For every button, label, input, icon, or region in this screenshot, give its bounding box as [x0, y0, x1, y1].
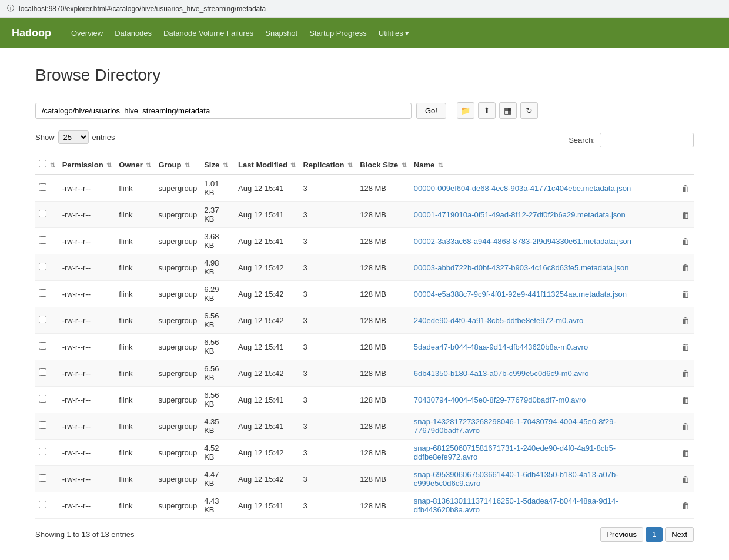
row-checkbox-cell	[35, 254, 59, 281]
delete-icon[interactable]: 🗑	[681, 342, 690, 352]
table-row: -rw-r--r-- flink supergroup 2.37 KB Aug …	[35, 202, 694, 228]
row-permission: -rw-r--r--	[59, 281, 116, 307]
main-content: Browse Directory Go! 📁 ⬆ ▦ ↻ Show 25 10 …	[0, 48, 729, 560]
row-permission: -rw-r--r--	[59, 175, 116, 202]
row-checkbox-cell	[35, 175, 59, 202]
show-entries: Show 25 10 50 100 entries	[35, 130, 115, 144]
row-permission: -rw-r--r--	[59, 228, 116, 254]
nav-overview[interactable]: Overview	[65, 25, 109, 41]
toolbar-icons: 📁 ⬆ ▦ ↻	[457, 102, 538, 119]
row-group: supergroup	[155, 492, 200, 519]
file-link[interactable]: snap-1432817273268298046-1-70430794-4004…	[414, 417, 616, 435]
row-checkbox[interactable]	[39, 421, 46, 429]
row-permission: -rw-r--r--	[59, 360, 116, 387]
row-checkbox[interactable]	[39, 474, 46, 482]
row-group: supergroup	[155, 175, 200, 202]
row-checkbox[interactable]	[39, 263, 46, 270]
search-label: Search:	[569, 136, 595, 145]
file-link[interactable]: 00002-3a33ac68-a944-4868-8783-2f9d94330e…	[414, 237, 631, 246]
delete-icon[interactable]: 🗑	[681, 289, 690, 299]
delete-icon[interactable]: 🗑	[681, 448, 690, 458]
row-name: 00002-3a33ac68-a944-4868-8783-2f9d94330e…	[410, 228, 678, 254]
select-all-checkbox[interactable]	[39, 160, 46, 167]
toolbar-folder-icon[interactable]: 📁	[457, 102, 474, 119]
delete-icon[interactable]: 🗑	[681, 183, 690, 193]
delete-icon[interactable]: 🗑	[681, 501, 690, 511]
table-row: -rw-r--r-- flink supergroup 1.01 KB Aug …	[35, 175, 694, 202]
row-delete-cell: 🗑	[678, 202, 694, 228]
file-link[interactable]: 00003-abbd722b-d0bf-4327-b903-4c16c8d63f…	[414, 263, 629, 272]
row-checkbox[interactable]	[39, 289, 46, 297]
row-block-size: 128 MB	[356, 360, 410, 387]
delete-icon[interactable]: 🗑	[681, 236, 690, 246]
nav-utilities-label[interactable]: Utilities ▾	[373, 25, 416, 41]
row-checkbox[interactable]	[39, 236, 46, 244]
next-button[interactable]: Next	[665, 527, 694, 542]
file-link[interactable]: snap-6953906067503661440-1-6db41350-b180…	[414, 470, 618, 488]
row-group: supergroup	[155, 413, 200, 440]
row-block-size: 128 MB	[356, 387, 410, 413]
nav-datanode-volume-failures[interactable]: Datanode Volume Failures	[158, 25, 259, 41]
file-link[interactable]: 5dadea47-b044-48aa-9d14-dfb443620b8a-m0.…	[414, 343, 588, 351]
file-link[interactable]: 240ede90-d4f0-4a91-8cb5-ddfbe8efe972-m0.…	[414, 316, 583, 325]
sort-icon-group: ⇅	[185, 162, 190, 169]
go-button[interactable]: Go!	[416, 103, 446, 119]
row-checkbox[interactable]	[39, 501, 46, 508]
delete-icon[interactable]: 🗑	[681, 368, 690, 378]
header-last-modified: Last Modified ⇅	[235, 155, 299, 175]
delete-icon[interactable]: 🗑	[681, 421, 690, 431]
nav-startup-progress[interactable]: Startup Progress	[303, 25, 373, 41]
file-link[interactable]: 6db41350-b180-4a13-a07b-c999e5c0d6c9-m0.…	[414, 369, 589, 378]
file-link[interactable]: 00001-4719010a-0f51-49ad-8f12-27df0f2b6a…	[414, 210, 626, 219]
toolbar-grid-icon[interactable]: ▦	[499, 102, 517, 119]
row-owner: flink	[115, 334, 155, 360]
row-checkbox[interactable]	[39, 368, 46, 376]
delete-icon[interactable]: 🗑	[681, 210, 690, 220]
row-permission: -rw-r--r--	[59, 387, 116, 413]
row-group: supergroup	[155, 202, 200, 228]
row-checkbox[interactable]	[39, 210, 46, 217]
row-last-modified: Aug 12 15:41	[235, 202, 299, 228]
nav-snapshot[interactable]: Snapshot	[259, 25, 303, 41]
entries-select[interactable]: 25 10 50 100	[58, 130, 89, 144]
row-checkbox-cell	[35, 492, 59, 519]
nav-utilities-dropdown[interactable]: Utilities ▾	[373, 25, 416, 41]
row-replication: 3	[299, 281, 356, 307]
row-checkbox-cell	[35, 440, 59, 466]
row-checkbox[interactable]	[39, 395, 46, 403]
file-link[interactable]: snap-6812506071581671731-1-240ede90-d4f0…	[414, 444, 616, 461]
delete-icon[interactable]: 🗑	[681, 395, 690, 405]
nav-datanodes[interactable]: Datanodes	[109, 25, 158, 41]
row-checkbox[interactable]	[39, 316, 46, 323]
delete-icon[interactable]: 🗑	[681, 316, 690, 326]
row-checkbox[interactable]	[39, 448, 46, 455]
page-1-button[interactable]: 1	[646, 527, 663, 542]
header-actions	[678, 155, 694, 175]
sort-icon-block-size: ⇅	[402, 162, 407, 169]
row-checkbox[interactable]	[39, 183, 46, 191]
file-link[interactable]: 00004-e5a388c7-9c9f-4f01-92e9-441f113254…	[414, 290, 627, 299]
previous-button[interactable]: Previous	[600, 527, 643, 542]
file-link[interactable]: 00000-009ef604-de68-4ec8-903a-41771c404e…	[414, 184, 631, 193]
toolbar-refresh-icon[interactable]: ↻	[520, 102, 538, 119]
header-group: Group ⇅	[155, 155, 200, 175]
row-delete-cell: 🗑	[678, 254, 694, 281]
sort-icon-name: ⇅	[438, 162, 443, 169]
row-owner: flink	[115, 492, 155, 519]
row-delete-cell: 🗑	[678, 334, 694, 360]
row-block-size: 128 MB	[356, 254, 410, 281]
search-input[interactable]	[600, 133, 694, 147]
row-checkbox-cell	[35, 387, 59, 413]
file-link[interactable]: 70430794-4004-45e0-8f29-77679d0badf7-m0.…	[414, 395, 586, 404]
file-link[interactable]: snap-8136130111371416250-1-5dadea47-b044…	[414, 497, 618, 514]
toolbar-upload-icon[interactable]: ⬆	[478, 102, 496, 119]
row-checkbox[interactable]	[39, 342, 46, 350]
table-row: -rw-r--r-- flink supergroup 3.68 KB Aug …	[35, 228, 694, 254]
table-row: -rw-r--r-- flink supergroup 6.56 KB Aug …	[35, 334, 694, 360]
delete-icon[interactable]: 🗑	[681, 263, 690, 273]
row-name: 00003-abbd722b-d0bf-4327-b903-4c16c8d63f…	[410, 254, 678, 281]
delete-icon[interactable]: 🗑	[681, 474, 690, 484]
path-input[interactable]	[35, 103, 412, 119]
row-size: 4.47 KB	[200, 466, 235, 492]
row-permission: -rw-r--r--	[59, 307, 116, 334]
